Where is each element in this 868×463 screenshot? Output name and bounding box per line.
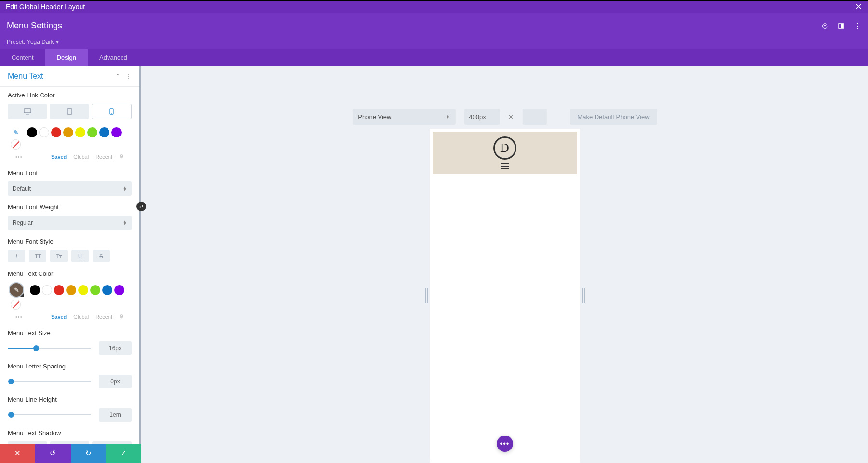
device-desktop-button[interactable] [8,104,47,119]
swatch-orange[interactable] [66,285,76,295]
settings-sidebar: Menu Text ⌃ ⋮ Active Link Color [0,66,141,463]
label-menu-text-size: Menu Text Size [8,329,132,337]
kebab-icon[interactable]: ⋮ [126,73,132,80]
palette-tab-recent[interactable]: Recent [95,314,112,320]
settings-tabs: Content Design Advanced [0,49,868,66]
slider-thumb[interactable] [8,379,14,384]
preview-canvas: Phone View ▲▼ ✕ Make Default Phone View … [141,66,868,463]
window-title: Edit Global Header Layout [6,3,85,11]
cancel-button[interactable]: ✕ [0,444,35,463]
tab-design[interactable]: Design [45,49,88,66]
gear-icon[interactable]: ⚙ [119,313,124,320]
font-style-italic[interactable]: I [8,250,25,262]
eyedropper-icon[interactable]: ✎ [11,127,21,137]
font-style-strikethrough[interactable]: S [93,250,110,262]
swatch-red[interactable] [54,285,64,295]
close-icon[interactable]: ✕ [855,1,862,12]
chevron-up-icon[interactable]: ⌃ [115,73,120,80]
swatch-red[interactable] [51,127,61,137]
swatch-black[interactable] [27,127,37,137]
label-menu-font-style: Menu Font Style [8,238,132,245]
fab-more-button[interactable]: ••• [497,436,513,452]
redo-button[interactable]: ↻ [71,444,106,463]
svg-rect-1 [26,114,29,115]
undo-button[interactable]: ↺ [35,444,70,463]
device-phone-button[interactable] [92,104,132,119]
line-height-slider[interactable] [8,414,91,415]
resize-handle-left[interactable] [425,288,428,303]
menu-text-color-palette: ✎ [8,282,132,310]
swatch-white[interactable] [39,127,49,137]
svg-point-4 [111,113,112,113]
sidebar-collapse-handle[interactable]: ⇄ [136,202,146,211]
dimension-separator: ✕ [508,113,514,121]
menu-font-select[interactable]: Default ▲▼ [8,181,132,196]
text-size-slider[interactable] [8,348,91,349]
section-header[interactable]: Menu Text ⌃ ⋮ [0,66,139,87]
font-style-underline[interactable]: U [71,250,89,262]
make-default-view-button[interactable]: Make Default Phone View [570,109,657,125]
swatch-yellow[interactable] [78,285,88,295]
tab-advanced[interactable]: Advanced [88,49,139,66]
panel-footer-actions: ✕ ↺ ↻ ✓ [0,444,141,463]
viewport-toolbar: Phone View ▲▼ ✕ Make Default Phone View [352,109,657,125]
focus-icon[interactable]: ◎ [822,21,828,30]
label-active-link-color: Active Link Color [8,92,132,99]
resize-handle-right[interactable] [582,288,585,303]
chevron-down-icon: ▾ [56,39,59,45]
logo: D [493,136,516,160]
label-menu-font-weight: Menu Font Weight [8,204,132,211]
save-button[interactable]: ✓ [106,444,141,463]
gear-icon[interactable]: ⚙ [119,153,124,160]
swatch-none[interactable] [11,300,21,310]
swatch-yellow[interactable] [75,127,85,137]
viewport-height-input[interactable] [522,109,546,125]
viewport-width-input[interactable] [464,109,500,125]
hamburger-icon[interactable] [501,163,509,169]
label-menu-letter-spacing: Menu Letter Spacing [8,363,132,370]
letter-spacing-input[interactable] [99,375,132,388]
letter-spacing-slider[interactable] [8,381,91,382]
swatch-purple[interactable] [114,285,124,295]
preview-header: D [433,132,577,174]
active-link-color-palette: ✎ [8,127,132,150]
tab-content[interactable]: Content [0,49,45,66]
swatch-green[interactable] [90,285,100,295]
preset-row[interactable]: Preset: Yoga Dark ▾ [0,39,868,49]
color-picker-current[interactable]: ✎ [9,282,24,298]
font-style-uppercase[interactable]: TT [29,250,46,262]
swatch-blue[interactable] [99,127,109,137]
columns-icon[interactable]: ◨ [838,21,844,30]
swatch-white[interactable] [42,285,52,295]
select-arrows-icon: ▲▼ [123,186,127,191]
svg-rect-2 [67,109,72,114]
swatch-black[interactable] [30,285,40,295]
select-arrows-icon: ▲▼ [123,220,127,225]
menu-font-weight-select[interactable]: Regular ▲▼ [8,216,132,230]
more-icon[interactable]: ••• [15,154,23,160]
swatch-green[interactable] [87,127,97,137]
label-menu-line-height: Menu Line Height [8,396,132,403]
palette-tab-recent[interactable]: Recent [95,154,112,160]
label-menu-font: Menu Font [8,169,132,177]
slider-thumb[interactable] [8,412,14,418]
line-height-input[interactable] [99,408,132,422]
swatch-purple[interactable] [111,127,122,137]
swatch-none[interactable] [11,139,21,150]
palette-tab-saved[interactable]: Saved [51,314,67,320]
svg-rect-0 [24,109,31,113]
swatch-orange[interactable] [63,127,73,137]
more-icon[interactable]: ••• [15,314,23,320]
palette-tab-global[interactable]: Global [73,314,89,320]
slider-thumb[interactable] [33,345,39,351]
device-tablet-button[interactable] [50,104,89,119]
kebab-icon[interactable]: ⋮ [854,21,861,30]
font-style-smallcaps[interactable]: Tᴛ [50,250,68,262]
panel-header: Menu Settings ◎ ◨ ⋮ [0,13,868,39]
text-size-input[interactable] [99,341,132,355]
palette-tab-global[interactable]: Global [73,154,89,160]
select-arrows-icon: ▲▼ [446,114,449,119]
swatch-blue[interactable] [102,285,112,295]
palette-tab-saved[interactable]: Saved [51,154,67,160]
viewport-mode-select[interactable]: Phone View ▲▼ [352,109,455,125]
